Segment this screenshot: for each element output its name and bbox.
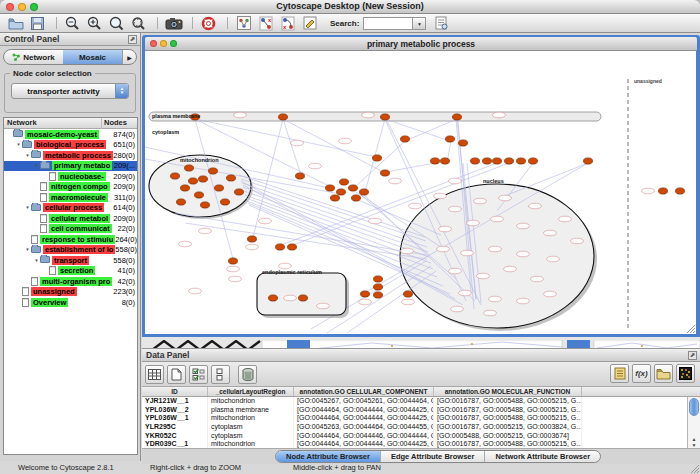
search-options-icon[interactable] [432,15,451,32]
zoom-selected-icon[interactable] [129,15,148,32]
help-icon[interactable] [199,15,218,32]
network-node[interactable] [361,291,370,297]
expand-arrow-icon[interactable]: ▼ [33,258,40,263]
network-node[interactable] [279,114,288,120]
network-node[interactable] [676,188,685,194]
network-node[interactable] [493,158,502,164]
col-header-cellular-layout-region[interactable]: _cellularLayoutRegion [208,387,294,396]
zoom-fit-icon[interactable] [107,15,126,32]
col-header-id[interactable]: ID [142,387,208,396]
network-node[interactable] [229,258,238,264]
tree-row[interactable]: response to stimulu264(0) [4,234,137,245]
close-button[interactable] [150,40,157,47]
float-panel-icon[interactable]: ⬈ [128,35,137,44]
minimize-button[interactable] [160,40,167,47]
attribute-matrix-icon[interactable] [676,364,695,383]
network-window-titlebar[interactable]: primary metabolic process [145,37,697,51]
delete-attribute-icon[interactable] [238,365,257,384]
network-node[interactable] [505,158,514,164]
expand-arrow-icon[interactable]: ▼ [15,142,22,147]
annotation-icon[interactable] [300,15,319,32]
expand-arrow-icon[interactable]: ▼ [24,153,31,158]
zoom-out-icon[interactable] [63,15,82,32]
snapshot-icon[interactable] [164,15,183,32]
network-node[interactable] [177,199,186,205]
col-header-molecular-function[interactable]: annotation.GO MOLECULAR_FUNCTION [434,387,582,396]
tree-row[interactable]: cell communicat22(0) [4,224,137,235]
network-node[interactable] [199,176,208,182]
network-node[interactable] [189,178,198,184]
attribute-table-icon[interactable] [145,365,164,384]
zoom-in-icon[interactable] [85,15,104,32]
network-node[interactable] [235,189,244,195]
network-node[interactable] [459,140,468,146]
network-node[interactable] [201,202,210,208]
col-header-cellular-component[interactable]: annotation.GO CELLULAR_COMPONENT [294,387,434,396]
network-node[interactable] [171,173,180,179]
network-node[interactable] [221,199,230,205]
tree-row[interactable]: unassigned223(0) [4,287,137,298]
network-node[interactable] [296,173,305,179]
tree-row[interactable]: macromolecule311(0) [4,192,137,203]
minimize-button[interactable] [18,3,26,11]
tab-overflow-arrow[interactable]: ▶ [122,50,136,64]
network-node[interactable] [373,155,382,161]
network-node[interactable] [404,291,413,297]
network-node[interactable] [326,185,335,191]
network-node[interactable] [360,189,369,195]
network-node[interactable] [441,158,450,164]
network-node[interactable] [453,114,462,120]
tree-row[interactable]: ▼biological_process651(0) [4,140,137,151]
network-node[interactable] [483,158,492,164]
network-node[interactable] [288,244,297,250]
table-row[interactable]: YJR121W__1mitochondrion[GO:0045267, GO:0… [142,397,700,406]
tree-row[interactable]: nitrogen compo209(0) [4,182,137,193]
tree-row[interactable]: ▼primary metabo209(... [4,161,137,172]
network-node[interactable] [471,158,480,164]
network-node[interactable] [269,295,278,301]
expand-arrow-icon[interactable]: ▼ [24,205,31,210]
close-button[interactable] [6,3,14,11]
table-row[interactable]: YKR052Ccytoplasm[GO:0044464, GO:0044446,… [142,432,700,441]
network-node[interactable] [181,185,190,191]
float-panel-icon[interactable]: ⬈ [688,351,697,360]
edge-style-icon-2[interactable]: x [278,15,297,32]
tab-network[interactable]: Network [4,50,63,64]
network-node[interactable] [659,188,668,194]
tree-row[interactable]: ▼cellular process614(0) [4,203,137,214]
table-row[interactable]: YPL036W__2plasma membrane[GO:0044464, GO… [142,406,700,415]
unselect-attributes-icon[interactable] [211,365,230,384]
expand-arrow-icon[interactable]: ▼ [33,163,40,168]
tree-row[interactable]: mosaic-demo-yeast874(0) [4,129,137,140]
formula-builder-icon[interactable]: f(x) [632,364,651,383]
scrollbar-thumb[interactable] [689,398,699,416]
network-node[interactable] [529,158,538,164]
tree-row[interactable]: Overview8(0) [4,297,137,308]
tree-row[interactable]: ▼establishment of lo558(0) [4,245,137,256]
tree-row[interactable]: nucleobase-209(0) [4,171,137,182]
table-row[interactable]: YPL036W__1mitochondrion[GO:0044464, GO:0… [142,414,700,423]
network-node[interactable] [337,189,346,195]
table-vertical-scrollbar[interactable]: ▲▼ [687,397,700,448]
import-attributes-icon[interactable] [654,364,673,383]
network-node[interactable] [584,158,593,164]
tree-col-nodes[interactable]: Nodes [101,118,137,128]
network-node[interactable] [340,179,349,185]
network-node[interactable] [185,165,194,171]
graphics-details-icon[interactable] [234,15,253,32]
zoom-button[interactable] [170,40,177,47]
network-node[interactable] [195,192,204,198]
expand-arrow-icon[interactable]: ▼ [24,247,31,252]
network-node[interactable] [381,114,390,120]
network-node[interactable] [209,168,218,174]
attribute-notes-icon[interactable] [610,364,629,383]
network-canvas[interactable]: plasma membrane cytoplasm mitochondrion … [145,51,696,334]
zoom-button[interactable] [30,3,38,11]
tree-row[interactable]: cellular metabol209(0) [4,213,137,224]
tree-row[interactable]: ▼metabolic process280(0) [4,150,137,161]
network-node[interactable] [352,195,361,201]
open-session-icon[interactable] [6,15,25,32]
tree-col-network[interactable]: Network [4,118,101,128]
table-row[interactable]: YDR039C__1mitochondrion[GO:0044464, GO:0… [142,440,700,449]
network-node[interactable] [349,185,358,191]
